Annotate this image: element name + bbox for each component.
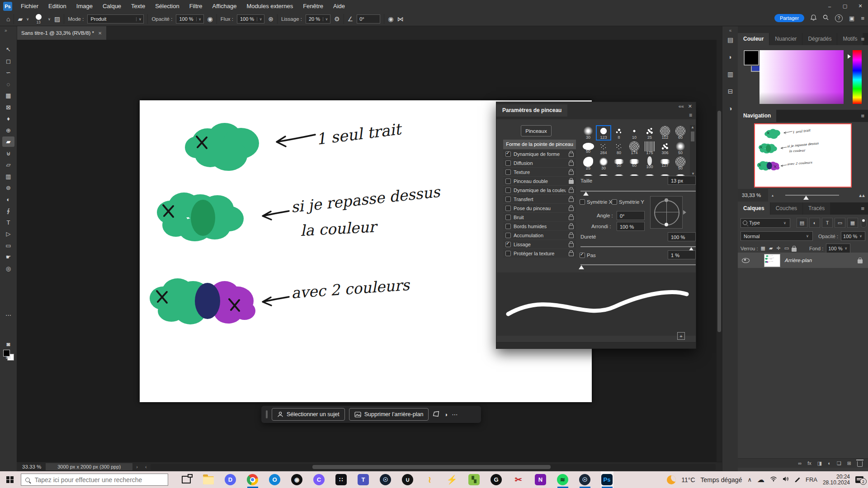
symmetry-y-checkbox[interactable] xyxy=(612,199,617,205)
teams-icon[interactable]: T xyxy=(357,471,370,488)
share-button[interactable]: Partager xyxy=(774,14,804,22)
brush-preset[interactable]: 123 xyxy=(596,125,611,141)
search-icon[interactable] xyxy=(823,14,829,22)
lock-icon[interactable] xyxy=(569,153,574,157)
checkbox[interactable] xyxy=(505,224,511,229)
menu-item[interactable]: Fenêtre xyxy=(298,0,328,12)
checkbox[interactable] xyxy=(505,215,511,220)
taskbar-search[interactable] xyxy=(21,474,168,486)
spotify-icon[interactable]: ≋ xyxy=(557,471,569,488)
brush-preset[interactable]: 127 xyxy=(657,156,673,171)
wemod-icon[interactable]: ∷ xyxy=(335,471,348,488)
chevron-down-icon[interactable]: ∨ xyxy=(48,17,51,21)
brush-preset[interactable]: 60 xyxy=(673,125,688,141)
mode-dropdown[interactable]: Produit∨ xyxy=(87,14,144,23)
saturation-field[interactable] xyxy=(760,50,844,104)
hardness-field[interactable]: 100 % xyxy=(668,232,696,241)
lock-paint-icon[interactable]: ▰ xyxy=(769,245,773,251)
marquee-tool[interactable]: ◻ xyxy=(2,56,14,66)
angle-handle-top[interactable] xyxy=(665,198,668,202)
menu-item[interactable]: Sélection xyxy=(150,0,184,12)
type-tool[interactable]: T xyxy=(2,217,14,228)
feather-app-icon[interactable]: ≀ xyxy=(424,471,436,488)
checkbox[interactable] xyxy=(505,169,511,175)
pen-tool[interactable]: ∮ xyxy=(2,206,14,216)
onedrive-cloud-icon[interactable]: ☁ xyxy=(757,475,764,484)
crop-tool[interactable]: ▦ xyxy=(2,90,14,101)
grid-scrollbar[interactable]: ▲▼ xyxy=(690,125,695,176)
brush-preset-picker[interactable]: 13 xyxy=(33,14,44,24)
scroll-left-icon[interactable]: ‹ xyxy=(145,464,147,469)
expand-toolbar-icon[interactable]: » xyxy=(5,28,7,33)
smoothing-dropdown[interactable]: 20 %∨ xyxy=(306,14,330,23)
brush-preset[interactable]: 50 xyxy=(580,141,596,156)
adjustment-icon[interactable]: ◑ xyxy=(444,411,448,418)
collapse-panel-icon[interactable]: «« xyxy=(679,103,684,109)
workspace-icon[interactable]: ▣ xyxy=(849,15,854,22)
horizontal-scrollbar-thumb[interactable] xyxy=(312,465,551,469)
blur-tool[interactable]: ⊚ xyxy=(2,183,14,193)
panel-menu-icon[interactable]: ≡ xyxy=(861,205,864,212)
layer-effects-icon[interactable]: fx xyxy=(807,460,811,466)
document-tab[interactable]: Sans titre-1 @ 33,3% (RVB/8) * ✕ xyxy=(17,26,106,40)
link-layers-icon[interactable]: ∞ xyxy=(798,460,802,466)
brush-option-row[interactable]: Pose du pinceau xyxy=(503,203,576,212)
checkbox[interactable] xyxy=(505,160,511,166)
brush-preset[interactable]: 30 xyxy=(580,125,596,141)
checkbox[interactable] xyxy=(505,197,511,202)
menu-item[interactable]: Fichier xyxy=(16,0,43,12)
spacing-slider-thumb[interactable] xyxy=(579,263,584,269)
brush-preset[interactable] xyxy=(611,171,627,176)
tip-shape-header[interactable]: Forme de la pointe de pinceau xyxy=(503,140,576,149)
clock[interactable]: 20:24 28.10.2024 xyxy=(823,474,850,486)
brush-settings-toggle-icon[interactable]: ▨ xyxy=(54,15,60,23)
zoom-level[interactable]: 33.33 % xyxy=(22,464,41,469)
brush-preset[interactable]: 100 xyxy=(642,156,657,171)
panel-menu-icon[interactable]: ≡ xyxy=(861,36,864,42)
brush-angle-field[interactable]: 0° xyxy=(357,14,380,23)
discord-icon[interactable]: D xyxy=(224,471,237,488)
lock-icon[interactable] xyxy=(569,243,574,247)
menu-item[interactable]: Modules externes xyxy=(242,0,298,12)
brush-preset[interactable] xyxy=(596,171,611,176)
panel-tab[interactable]: Couches xyxy=(770,202,802,215)
brush-preset[interactable]: 25 xyxy=(580,156,596,171)
menu-item[interactable]: Calque xyxy=(98,0,126,12)
size-field[interactable]: 13 px xyxy=(668,176,696,185)
home-icon[interactable]: ⌂ xyxy=(6,15,10,23)
file-explorer-icon[interactable] xyxy=(202,471,215,488)
path-selection-tool[interactable]: ▷ xyxy=(2,229,14,239)
torch-app-icon[interactable]: ⚡ xyxy=(446,471,458,488)
comments-panel-icon[interactable]: ◗ xyxy=(722,53,738,61)
foreground-color[interactable] xyxy=(3,350,10,357)
brush-option-row[interactable]: Protéger la texture xyxy=(503,249,576,258)
brush-preset[interactable]: 10 xyxy=(627,125,642,141)
icue-icon[interactable]: ◉ xyxy=(291,471,303,488)
shape-tool[interactable]: ▭ xyxy=(2,240,14,251)
quick-mask-icon[interactable]: ◙ xyxy=(2,339,14,349)
filter-adjustment-icon[interactable]: ◐ xyxy=(809,218,820,228)
checkbox[interactable] xyxy=(505,151,511,157)
layer-row[interactable]: Arrière-plan xyxy=(738,253,868,268)
new-brush-button[interactable]: + xyxy=(677,332,685,340)
pen-icon[interactable] xyxy=(794,476,800,483)
zoom-in-icon[interactable]: ▲▲ xyxy=(858,193,864,198)
lasso-tool[interactable]: ∽ xyxy=(2,67,14,78)
brush-option-row[interactable]: Texture xyxy=(503,167,576,176)
lock-artboard-icon[interactable]: ▭ xyxy=(784,245,789,251)
brush-option-row[interactable]: Diffusion xyxy=(503,158,576,167)
gradient-tool[interactable]: ▥ xyxy=(2,171,14,182)
layer-thumbnail[interactable] xyxy=(764,254,780,267)
outlook-icon[interactable]: O xyxy=(269,471,281,488)
horizontal-scrollbar[interactable] xyxy=(151,464,716,470)
wifi-icon[interactable] xyxy=(770,476,777,483)
temperature[interactable]: 11°C xyxy=(681,476,695,483)
menu-item[interactable]: Image xyxy=(71,0,98,12)
symmetry-x-checkbox[interactable] xyxy=(580,199,585,205)
opacity-pressure-icon[interactable]: ◉ xyxy=(208,15,213,23)
notification-center-icon[interactable]: 2 xyxy=(855,476,863,483)
brush-preset[interactable] xyxy=(642,171,657,176)
panel-menu-icon[interactable]: ≡ xyxy=(861,113,864,119)
lock-move-icon[interactable]: ✛ xyxy=(776,245,780,251)
panel-menu-icon[interactable]: ≡ xyxy=(689,112,692,118)
